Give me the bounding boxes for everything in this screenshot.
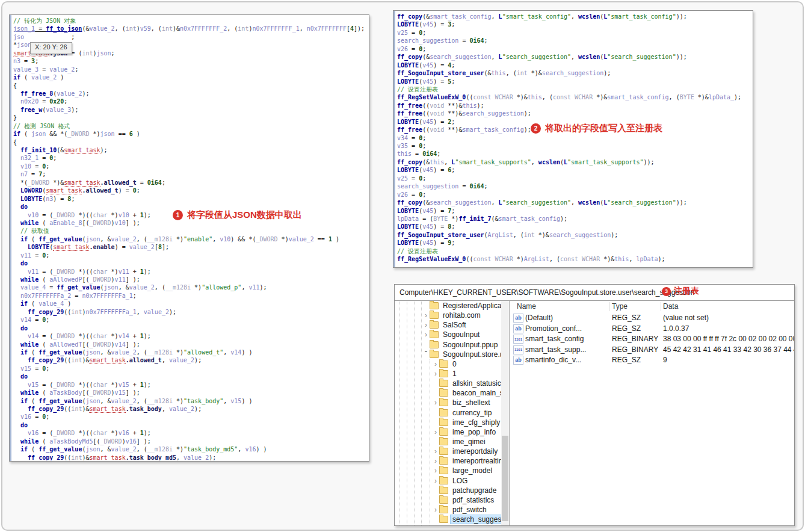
folder-icon <box>430 312 439 319</box>
tree-item-search-suggestion[interactable]: search_suggestion <box>395 515 501 524</box>
chevron-right-icon[interactable]: › <box>432 458 439 464</box>
tree-item-label[interactable]: pdf_statistics <box>451 496 496 504</box>
chevron-right-icon[interactable]: › <box>432 400 439 406</box>
tree-item-biz-shellext[interactable]: ›biz_shellext <box>395 398 501 407</box>
registry-value-row[interactable]: 1101smart_task_configREG_BINARY38 03 00 … <box>510 334 794 345</box>
tree-item-label[interactable]: biz_shellext <box>451 398 492 407</box>
folder-icon <box>439 467 448 474</box>
annotation-1: 1 将字段值从JSON数据中取出 <box>173 209 302 221</box>
folder-icon <box>439 428 448 436</box>
value-name-cell: (Default) <box>525 314 553 322</box>
tree-item-label[interactable]: allskin_statusiconstatis <box>451 379 501 388</box>
tree-item-label[interactable]: search_suggestion <box>451 515 501 524</box>
tree-item-label[interactable]: beacon_main_switch <box>451 389 501 397</box>
tree-item-large-model[interactable]: ›large_model <box>395 466 501 475</box>
tree-item-sogouinput[interactable]: ›SogouInput <box>395 330 501 339</box>
tree-item-label[interactable]: ime_qimei <box>451 438 487 446</box>
tree-scrollbar[interactable] <box>501 301 509 525</box>
annotation-1-badge-icon: 1 <box>173 210 183 220</box>
column-header-data[interactable]: Data <box>663 302 678 311</box>
code-line: LOBYTE(smart_task.enable) = value_2[8]; <box>13 243 368 251</box>
tree-item-label[interactable]: SogouInput.ppup <box>441 341 499 349</box>
tree-item-ime-qimei[interactable]: ime_qimei <box>395 437 501 447</box>
code-view: ff_copy(&smart_task_config, L"smart_task… <box>397 13 752 267</box>
tree-item-label[interactable]: ime_cfg_shiply <box>451 418 501 427</box>
tree-item-sogouinput-store-user[interactable]: ˇSogouInput.store.user <box>395 350 501 359</box>
code-line: v35 = 0; <box>397 142 752 150</box>
chevron-right-icon[interactable]: › <box>432 361 439 367</box>
tree-item-label[interactable]: pdf_switch <box>451 506 489 514</box>
tree-item-beacon-main-switch[interactable]: beacon_main_switch <box>395 388 501 398</box>
chevron-down-icon[interactable]: ˇ <box>422 351 430 357</box>
tree-item-0[interactable]: ›0 <box>395 359 501 369</box>
chevron-right-icon[interactable]: › <box>432 478 439 484</box>
ida-pseudocode-panel-json-parse: // 转化为 JSON 对象json_1 = ff_to_json(&value… <box>9 14 369 462</box>
registry-value-row[interactable]: ab(Default)REG_SZ(value not set) <box>510 313 794 324</box>
chevron-right-icon[interactable]: › <box>432 371 439 377</box>
tree-item-allskin-statusiconstatis[interactable]: allskin_statusiconstatis <box>395 379 501 388</box>
column-separator[interactable] <box>661 302 661 311</box>
tree-item-label[interactable]: rohitab.com <box>441 311 483 320</box>
tree-item-registeredapplications[interactable]: RegisteredApplications <box>395 301 501 311</box>
tree-item-label[interactable]: currency_tip <box>451 409 493 417</box>
code-line: search_suggestion = 0i64; <box>397 182 752 190</box>
tree-item-label[interactable]: RegisteredApplications <box>441 302 501 310</box>
column-header-name[interactable]: Name <box>517 302 536 311</box>
code-line: ff_init_10(&smart_task); <box>13 146 368 154</box>
tree-item-log[interactable]: ›LOG <box>395 476 501 486</box>
registry-value-row[interactable]: 1101smart_task_supp...REG_BINARY45 42 42… <box>510 345 794 356</box>
tree-item-label[interactable]: ime_pop_info <box>451 428 498 436</box>
tree-item-patchupgrade[interactable]: patchupgrade <box>395 486 501 495</box>
code-line: value_4 = ff_get_value(json, &value_2, (… <box>13 283 368 291</box>
tree-item-label[interactable]: SogouInput <box>441 330 481 339</box>
tree-item-label[interactable]: large_model <box>451 466 494 475</box>
chevron-right-icon[interactable]: › <box>432 429 439 435</box>
tree-item-label[interactable]: SalSoft <box>441 321 468 329</box>
registry-body: RegisteredApplications›rohitab.com›SalSo… <box>395 301 794 525</box>
tree-item-imereportrealtime[interactable]: ›imereportrealtime <box>395 456 501 466</box>
chevron-right-icon[interactable]: › <box>422 322 430 328</box>
annotation-2-badge-icon: 2 <box>531 123 541 134</box>
tree-item-label[interactable]: 0 <box>451 360 458 368</box>
tree-item-rohitab-com[interactable]: ›rohitab.com <box>395 311 501 320</box>
tree-item-label[interactable]: imereportdaily <box>451 447 499 456</box>
folder-icon <box>439 496 448 504</box>
code-line: *(_DWORD *)&smart_task.allowed_t = 0i64; <box>13 179 368 187</box>
chevron-right-icon[interactable]: › <box>432 448 439 454</box>
tree-item-label[interactable]: LOG <box>451 477 469 485</box>
chevron-right-icon[interactable]: › <box>422 312 430 318</box>
column-separator[interactable] <box>609 302 610 311</box>
reg-binary-icon: 1101 <box>513 335 523 344</box>
chevron-right-icon[interactable]: › <box>432 507 439 513</box>
chevron-right-icon[interactable]: › <box>422 332 430 338</box>
registry-value-row[interactable]: absmartinfo_dic_v...REG_SZ9 <box>510 355 794 366</box>
tree-item-ime-pop-info[interactable]: ›ime_pop_info <box>395 427 501 437</box>
values-header-row[interactable]: Name Type Data <box>510 301 794 313</box>
registry-path-bar[interactable]: Computer\HKEY_CURRENT_USER\SOFTWARE\Sogo… <box>395 285 794 301</box>
tree-item-pdf-statistics[interactable]: pdf_statistics <box>395 495 501 505</box>
code-line: if ( ff_get_value(json, &value_2, (__m12… <box>13 348 368 356</box>
tree-item-pdf-switch[interactable]: ›pdf_switch <box>395 505 501 515</box>
tree-item-label[interactable]: SogouInput.store.user <box>441 350 501 359</box>
code-line: ff_RegSetValueExW_0((const WCHAR *)&this… <box>397 93 752 101</box>
chevron-right-icon[interactable]: › <box>432 468 439 474</box>
tree-scrollbar-thumb[interactable] <box>502 436 508 521</box>
code-line: } <box>13 114 368 122</box>
code-line: ff_copy(&this, L"smart_task_supports", w… <box>397 158 752 166</box>
code-line: ff_free((void **)&this); <box>397 102 752 110</box>
tree-item-ime-cfg-shiply[interactable]: ime_cfg_shiply <box>395 418 501 427</box>
code-line: while ( aAllowedP[(_DWORD)v11] ); <box>13 276 368 283</box>
code-line: v15 = (_DWORD *)((char *)v15 + 1); <box>13 381 368 389</box>
tree-item-label[interactable]: 1 <box>451 370 458 378</box>
registry-value-row[interactable]: abPromotion_conf...REG_SZ1.0.0.37 <box>510 324 794 335</box>
code-line: v15 = 0; <box>13 365 368 373</box>
tree-item-label[interactable]: imereportrealtime <box>451 457 501 465</box>
tree-item-label[interactable]: patchupgrade <box>451 486 498 495</box>
tree-item-1[interactable]: ›1 <box>395 369 501 379</box>
tree-item-imereportdaily[interactable]: ›imereportdaily <box>395 447 501 456</box>
tree-item-salsoft[interactable]: ›SalSoft <box>395 320 501 330</box>
tree-item-currency-tip[interactable]: currency_tip <box>395 408 501 418</box>
column-header-type[interactable]: Type <box>612 302 628 311</box>
tree-item-sogouinput-ppup[interactable]: SogouInput.ppup <box>395 340 501 350</box>
code-line: v26 = 0; <box>397 191 752 199</box>
